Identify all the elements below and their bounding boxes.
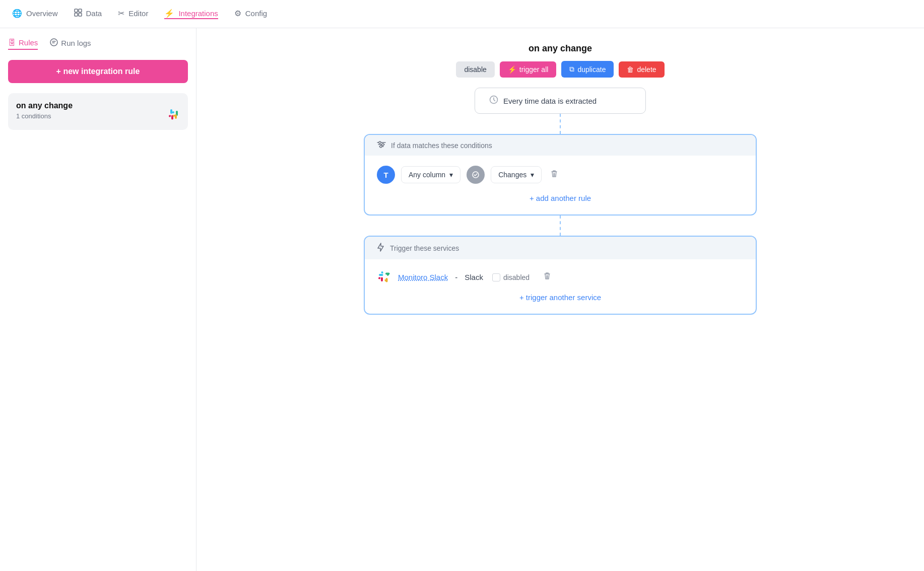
services-header: Trigger these services <box>365 237 756 259</box>
sidebar: 🗄 Rules Run logs + new integration rule … <box>0 28 196 571</box>
service-row: Monitoro Slack - Slack disabled <box>377 269 744 285</box>
trigger-another-service-link[interactable]: + trigger another service <box>377 293 744 302</box>
main-content: on any change disable ⚡ trigger all ⧉ du… <box>196 28 924 571</box>
slack-icon-card <box>167 107 181 123</box>
overview-icon: 🌐 <box>12 9 22 18</box>
trigger-all-button[interactable]: ⚡ trigger all <box>500 61 557 78</box>
nav-data[interactable]: Data <box>74 9 102 20</box>
changes-dropdown[interactable]: Changes ▾ <box>491 166 542 183</box>
config-icon: ⚙ <box>234 9 241 18</box>
data-icon <box>74 9 82 19</box>
svg-rect-3 <box>79 13 82 16</box>
nav-integrations[interactable]: ⚡ Integrations <box>164 9 218 19</box>
duplicate-button[interactable]: ⧉ duplicate <box>561 61 614 78</box>
sidebar-tabs: 🗄 Rules Run logs <box>8 38 188 50</box>
services-body: Monitoro Slack - Slack disabled <box>365 259 756 314</box>
rules-icon: 🗄 <box>8 38 16 47</box>
conditions-body: T Any column ▾ Changes <box>365 156 756 215</box>
svg-rect-0 <box>75 9 78 12</box>
conditions-icon <box>377 141 386 150</box>
dropdown-chevron-icon: ▾ <box>449 171 453 179</box>
run-logs-icon <box>50 38 58 48</box>
changes-chevron-icon: ▾ <box>531 171 534 179</box>
trigger-services-icon <box>377 243 385 253</box>
tab-run-logs[interactable]: Run logs <box>50 38 91 50</box>
trigger-text: Every time data is extracted <box>503 97 597 105</box>
svg-point-4 <box>50 39 57 46</box>
svg-rect-1 <box>79 9 82 12</box>
slack-icon-service <box>377 269 391 285</box>
integrations-icon: ⚡ <box>164 9 174 18</box>
services-box: Trigger these services <box>364 236 757 315</box>
nav-config[interactable]: ⚙ Config <box>234 9 267 19</box>
rule-actions: disable ⚡ trigger all ⧉ duplicate 🗑 dele… <box>456 61 664 78</box>
service-dash: - <box>455 273 457 281</box>
svg-point-9 <box>380 146 382 148</box>
new-integration-rule-button[interactable]: + new integration rule <box>8 60 188 83</box>
rule-card-conditions: 1 conditions <box>16 112 180 120</box>
service-platform: Slack <box>465 273 483 281</box>
rule-main-title: on any change <box>529 43 592 54</box>
rule-card-title: on any change <box>16 101 180 110</box>
svg-point-8 <box>382 144 384 146</box>
svg-rect-2 <box>75 13 78 16</box>
any-column-dropdown[interactable]: Any column ▾ <box>401 166 460 183</box>
svg-point-7 <box>379 141 381 144</box>
conditions-header: If data matches these conditions <box>365 135 756 156</box>
flow-container: Every time data is extracted If data <box>364 88 757 315</box>
column-badge: T <box>377 166 395 184</box>
duplicate-icon: ⧉ <box>569 65 574 74</box>
trigger-box: Every time data is extracted <box>475 88 646 114</box>
condition-row: T Any column ▾ Changes <box>377 166 744 184</box>
nav-editor[interactable]: ✂ Editor <box>118 9 148 19</box>
delete-service-button[interactable] <box>541 269 554 285</box>
rule-card[interactable]: on any change 1 conditions <box>8 93 188 130</box>
editor-icon: ✂ <box>118 9 124 18</box>
service-name-link[interactable]: Monitoro Slack <box>398 273 448 281</box>
changes-icon-badge <box>467 166 485 184</box>
connector-1 <box>560 114 561 134</box>
svg-rect-5 <box>167 107 181 121</box>
disable-button[interactable]: disable <box>456 61 494 78</box>
tab-rules[interactable]: 🗄 Rules <box>8 38 38 50</box>
clock-icon <box>489 95 498 106</box>
conditions-header-text: If data matches these conditions <box>391 141 492 150</box>
conditions-box: If data matches these conditions T Any c… <box>364 134 757 216</box>
rule-title-bar: on any change disable ⚡ trigger all ⧉ du… <box>217 43 904 78</box>
delete-condition-button[interactable] <box>548 167 561 183</box>
trigger-all-icon: ⚡ <box>508 65 516 74</box>
connector-2 <box>560 216 561 236</box>
services-header-text: Trigger these services <box>390 244 459 252</box>
service-enabled-checkbox[interactable] <box>492 273 500 281</box>
delete-icon: 🗑 <box>627 65 634 74</box>
service-status: disabled <box>492 273 530 281</box>
top-nav: 🌐 Overview Data ✂ Editor ⚡ Integrations … <box>0 0 924 28</box>
add-another-rule-link[interactable]: + add another rule <box>377 192 744 202</box>
nav-overview[interactable]: 🌐 Overview <box>12 9 58 19</box>
delete-button[interactable]: 🗑 delete <box>619 61 664 78</box>
